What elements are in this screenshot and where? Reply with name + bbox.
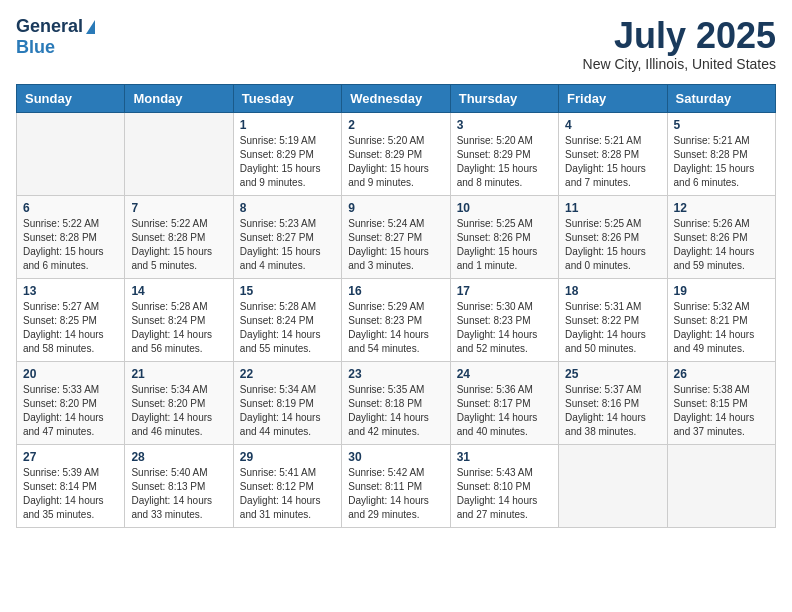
calendar-header-tuesday: Tuesday [233, 84, 341, 112]
month-title: July 2025 [583, 16, 776, 56]
calendar-cell: 8Sunrise: 5:23 AM Sunset: 8:27 PM Daylig… [233, 195, 341, 278]
calendar-cell: 14Sunrise: 5:28 AM Sunset: 8:24 PM Dayli… [125, 278, 233, 361]
day-info: Sunrise: 5:38 AM Sunset: 8:15 PM Dayligh… [674, 383, 769, 439]
day-info: Sunrise: 5:33 AM Sunset: 8:20 PM Dayligh… [23, 383, 118, 439]
page-header: General Blue July 2025 New City, Illinoi… [16, 16, 776, 72]
calendar-cell: 9Sunrise: 5:24 AM Sunset: 8:27 PM Daylig… [342, 195, 450, 278]
calendar-cell: 16Sunrise: 5:29 AM Sunset: 8:23 PM Dayli… [342, 278, 450, 361]
day-number: 6 [23, 201, 118, 215]
day-info: Sunrise: 5:40 AM Sunset: 8:13 PM Dayligh… [131, 466, 226, 522]
day-number: 3 [457, 118, 552, 132]
calendar-header-thursday: Thursday [450, 84, 558, 112]
calendar-cell: 2Sunrise: 5:20 AM Sunset: 8:29 PM Daylig… [342, 112, 450, 195]
day-number: 31 [457, 450, 552, 464]
day-info: Sunrise: 5:20 AM Sunset: 8:29 PM Dayligh… [457, 134, 552, 190]
calendar-week-row: 13Sunrise: 5:27 AM Sunset: 8:25 PM Dayli… [17, 278, 776, 361]
calendar-cell [559, 444, 667, 527]
calendar-header-sunday: Sunday [17, 84, 125, 112]
calendar-cell: 7Sunrise: 5:22 AM Sunset: 8:28 PM Daylig… [125, 195, 233, 278]
day-number: 21 [131, 367, 226, 381]
calendar-cell: 17Sunrise: 5:30 AM Sunset: 8:23 PM Dayli… [450, 278, 558, 361]
day-info: Sunrise: 5:26 AM Sunset: 8:26 PM Dayligh… [674, 217, 769, 273]
day-number: 28 [131, 450, 226, 464]
day-number: 4 [565, 118, 660, 132]
day-info: Sunrise: 5:39 AM Sunset: 8:14 PM Dayligh… [23, 466, 118, 522]
calendar-cell: 1Sunrise: 5:19 AM Sunset: 8:29 PM Daylig… [233, 112, 341, 195]
calendar-header-friday: Friday [559, 84, 667, 112]
calendar-header-monday: Monday [125, 84, 233, 112]
day-info: Sunrise: 5:24 AM Sunset: 8:27 PM Dayligh… [348, 217, 443, 273]
day-number: 26 [674, 367, 769, 381]
calendar-cell: 6Sunrise: 5:22 AM Sunset: 8:28 PM Daylig… [17, 195, 125, 278]
day-info: Sunrise: 5:30 AM Sunset: 8:23 PM Dayligh… [457, 300, 552, 356]
calendar-header-row: SundayMondayTuesdayWednesdayThursdayFrid… [17, 84, 776, 112]
calendar-cell: 18Sunrise: 5:31 AM Sunset: 8:22 PM Dayli… [559, 278, 667, 361]
day-number: 10 [457, 201, 552, 215]
day-info: Sunrise: 5:34 AM Sunset: 8:19 PM Dayligh… [240, 383, 335, 439]
calendar-cell: 12Sunrise: 5:26 AM Sunset: 8:26 PM Dayli… [667, 195, 775, 278]
day-number: 24 [457, 367, 552, 381]
logo-general: General [16, 16, 83, 37]
calendar-table: SundayMondayTuesdayWednesdayThursdayFrid… [16, 84, 776, 528]
calendar-cell: 24Sunrise: 5:36 AM Sunset: 8:17 PM Dayli… [450, 361, 558, 444]
day-info: Sunrise: 5:23 AM Sunset: 8:27 PM Dayligh… [240, 217, 335, 273]
day-number: 11 [565, 201, 660, 215]
day-info: Sunrise: 5:37 AM Sunset: 8:16 PM Dayligh… [565, 383, 660, 439]
logo-triangle-icon [86, 20, 95, 34]
calendar-week-row: 20Sunrise: 5:33 AM Sunset: 8:20 PM Dayli… [17, 361, 776, 444]
day-number: 7 [131, 201, 226, 215]
day-number: 13 [23, 284, 118, 298]
day-number: 5 [674, 118, 769, 132]
day-number: 1 [240, 118, 335, 132]
location-title: New City, Illinois, United States [583, 56, 776, 72]
day-info: Sunrise: 5:22 AM Sunset: 8:28 PM Dayligh… [131, 217, 226, 273]
day-info: Sunrise: 5:31 AM Sunset: 8:22 PM Dayligh… [565, 300, 660, 356]
day-number: 17 [457, 284, 552, 298]
day-info: Sunrise: 5:43 AM Sunset: 8:10 PM Dayligh… [457, 466, 552, 522]
day-number: 9 [348, 201, 443, 215]
day-info: Sunrise: 5:34 AM Sunset: 8:20 PM Dayligh… [131, 383, 226, 439]
day-info: Sunrise: 5:42 AM Sunset: 8:11 PM Dayligh… [348, 466, 443, 522]
calendar-week-row: 1Sunrise: 5:19 AM Sunset: 8:29 PM Daylig… [17, 112, 776, 195]
calendar-cell: 25Sunrise: 5:37 AM Sunset: 8:16 PM Dayli… [559, 361, 667, 444]
calendar-cell: 4Sunrise: 5:21 AM Sunset: 8:28 PM Daylig… [559, 112, 667, 195]
calendar-cell: 29Sunrise: 5:41 AM Sunset: 8:12 PM Dayli… [233, 444, 341, 527]
calendar-cell [17, 112, 125, 195]
day-info: Sunrise: 5:36 AM Sunset: 8:17 PM Dayligh… [457, 383, 552, 439]
calendar-cell: 11Sunrise: 5:25 AM Sunset: 8:26 PM Dayli… [559, 195, 667, 278]
day-number: 16 [348, 284, 443, 298]
day-number: 29 [240, 450, 335, 464]
day-number: 25 [565, 367, 660, 381]
calendar-cell: 3Sunrise: 5:20 AM Sunset: 8:29 PM Daylig… [450, 112, 558, 195]
day-number: 12 [674, 201, 769, 215]
day-info: Sunrise: 5:22 AM Sunset: 8:28 PM Dayligh… [23, 217, 118, 273]
day-info: Sunrise: 5:28 AM Sunset: 8:24 PM Dayligh… [240, 300, 335, 356]
calendar-header-wednesday: Wednesday [342, 84, 450, 112]
calendar-cell: 31Sunrise: 5:43 AM Sunset: 8:10 PM Dayli… [450, 444, 558, 527]
calendar-week-row: 27Sunrise: 5:39 AM Sunset: 8:14 PM Dayli… [17, 444, 776, 527]
day-info: Sunrise: 5:35 AM Sunset: 8:18 PM Dayligh… [348, 383, 443, 439]
day-info: Sunrise: 5:25 AM Sunset: 8:26 PM Dayligh… [565, 217, 660, 273]
logo-blue: Blue [16, 37, 55, 58]
calendar-cell [667, 444, 775, 527]
calendar-cell: 20Sunrise: 5:33 AM Sunset: 8:20 PM Dayli… [17, 361, 125, 444]
day-info: Sunrise: 5:25 AM Sunset: 8:26 PM Dayligh… [457, 217, 552, 273]
day-info: Sunrise: 5:28 AM Sunset: 8:24 PM Dayligh… [131, 300, 226, 356]
day-info: Sunrise: 5:32 AM Sunset: 8:21 PM Dayligh… [674, 300, 769, 356]
day-number: 2 [348, 118, 443, 132]
day-number: 23 [348, 367, 443, 381]
logo: General Blue [16, 16, 95, 58]
calendar-cell: 22Sunrise: 5:34 AM Sunset: 8:19 PM Dayli… [233, 361, 341, 444]
day-info: Sunrise: 5:21 AM Sunset: 8:28 PM Dayligh… [674, 134, 769, 190]
calendar-cell: 10Sunrise: 5:25 AM Sunset: 8:26 PM Dayli… [450, 195, 558, 278]
day-number: 19 [674, 284, 769, 298]
calendar-cell: 28Sunrise: 5:40 AM Sunset: 8:13 PM Dayli… [125, 444, 233, 527]
calendar-cell: 26Sunrise: 5:38 AM Sunset: 8:15 PM Dayli… [667, 361, 775, 444]
calendar-cell: 15Sunrise: 5:28 AM Sunset: 8:24 PM Dayli… [233, 278, 341, 361]
day-number: 15 [240, 284, 335, 298]
day-info: Sunrise: 5:21 AM Sunset: 8:28 PM Dayligh… [565, 134, 660, 190]
day-info: Sunrise: 5:27 AM Sunset: 8:25 PM Dayligh… [23, 300, 118, 356]
day-info: Sunrise: 5:19 AM Sunset: 8:29 PM Dayligh… [240, 134, 335, 190]
calendar-cell: 27Sunrise: 5:39 AM Sunset: 8:14 PM Dayli… [17, 444, 125, 527]
calendar-cell: 13Sunrise: 5:27 AM Sunset: 8:25 PM Dayli… [17, 278, 125, 361]
